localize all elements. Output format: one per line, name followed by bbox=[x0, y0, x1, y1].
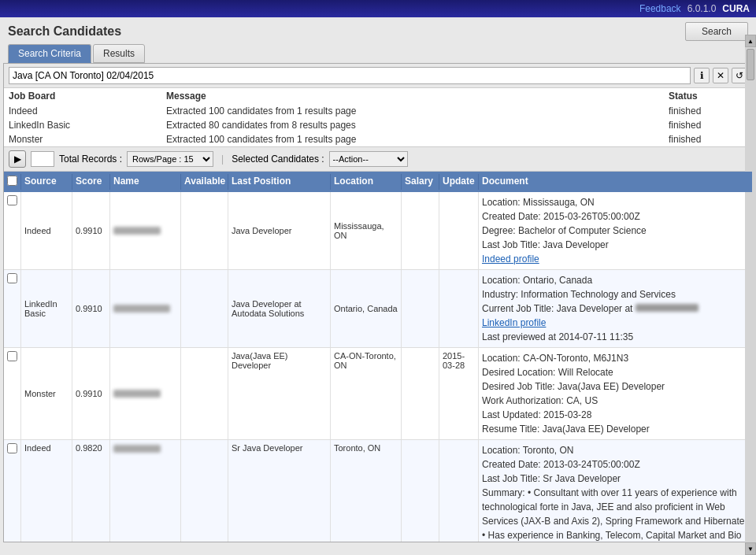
top-bar: Feedback 6.0.1.0 CURA bbox=[0, 0, 756, 17]
row-checkbox[interactable] bbox=[4, 440, 21, 542]
col-score-header: Score bbox=[72, 174, 110, 190]
action-select[interactable]: --Action-- Email Export bbox=[329, 151, 408, 167]
row-source: Indeed bbox=[21, 192, 72, 269]
content-area: ℹ ✕ ↺ Job Board Message Status Indeed Ex… bbox=[3, 63, 753, 542]
right-scrollbar: ▲ ▼ bbox=[745, 35, 756, 555]
info-icon-btn[interactable]: ℹ bbox=[694, 68, 710, 83]
col-source-header: Source bbox=[21, 174, 72, 190]
board-status: finished bbox=[669, 120, 747, 131]
row-checkbox[interactable] bbox=[4, 270, 21, 347]
col-message: Message bbox=[166, 91, 669, 102]
table-row: Monster 0.9910 Java(Java EE) Developer C… bbox=[4, 348, 752, 440]
row-lastposition: Java(Java EE) Developer bbox=[228, 348, 331, 439]
close-icon-btn[interactable]: ✕ bbox=[713, 68, 728, 83]
candidates-table: Source Score Name Available Last Positio… bbox=[4, 172, 752, 542]
prev-page-button[interactable]: ▶ bbox=[9, 150, 26, 168]
row-document: Location: CA-ON-Toronto, M6J1N3 Desired … bbox=[479, 348, 752, 439]
row-lastposition: Java Developer at Autodata Solutions bbox=[228, 270, 331, 347]
row-document: Location: Toronto, ON Created Date: 2013… bbox=[479, 440, 752, 542]
row-checkbox[interactable] bbox=[4, 192, 21, 269]
row-name bbox=[110, 270, 181, 347]
row-available bbox=[181, 440, 228, 542]
row-document: Location: Mississauga, ON Created Date: … bbox=[479, 192, 752, 269]
col-checkbox bbox=[4, 174, 21, 190]
row-update: 2015-03-28 bbox=[439, 348, 479, 439]
row-source: Monster bbox=[21, 348, 72, 439]
col-name-header: Name bbox=[110, 174, 181, 190]
row-salary bbox=[402, 192, 439, 269]
row-source: LinkedIn Basic bbox=[21, 270, 72, 347]
row-available bbox=[181, 348, 228, 439]
board-message: Extracted 80 candidates from 8 results p… bbox=[166, 120, 669, 131]
linkedin-profile-link-2[interactable]: LinkedIn profile bbox=[482, 316, 546, 330]
tabs-bar: Search Criteria Results bbox=[0, 44, 756, 63]
feedback-link[interactable]: Feedback bbox=[639, 3, 681, 14]
board-name: Indeed bbox=[9, 105, 166, 117]
col-document-header: Document bbox=[479, 174, 752, 190]
board-name: Monster bbox=[9, 134, 166, 145]
page-title: Search Candidates bbox=[8, 24, 121, 39]
tab-results[interactable]: Results bbox=[93, 44, 145, 63]
row-salary bbox=[402, 440, 439, 542]
board-status: finished bbox=[669, 105, 747, 117]
row-location: CA-ON-Toronto, ON bbox=[331, 348, 402, 439]
results-toolbar: ▶ Total Records : Rows/Page : 15 Rows/Pa… bbox=[4, 147, 752, 172]
row-score: 0.9910 bbox=[72, 348, 110, 439]
table-row: LinkedIn Basic 0.9910 Java Developer at … bbox=[4, 270, 752, 348]
job-board-table: Job Board Message Status Indeed Extracte… bbox=[4, 88, 752, 147]
row-checkbox[interactable] bbox=[4, 348, 21, 439]
job-board-row: Indeed Extracted 100 candidates from 1 r… bbox=[4, 104, 752, 118]
col-update-header: Update bbox=[439, 174, 479, 190]
board-status: finished bbox=[669, 134, 747, 145]
scroll-down-button[interactable]: ▼ bbox=[745, 542, 756, 555]
col-salary-header: Salary bbox=[402, 174, 439, 190]
row-available bbox=[181, 270, 228, 347]
row-lastposition: Sr Java Developer bbox=[228, 440, 331, 542]
search-button[interactable]: Search bbox=[685, 22, 748, 41]
row-score: 0.9820 bbox=[72, 440, 110, 542]
board-message: Extracted 100 candidates from 1 results … bbox=[166, 134, 669, 145]
row-location: Mississauga, ON bbox=[331, 192, 402, 269]
row-score: 0.9910 bbox=[72, 270, 110, 347]
main-container: Search Candidates Search Search Criteria… bbox=[0, 17, 756, 555]
col-lastposition-header: Last Position bbox=[228, 174, 331, 190]
search-bar-row: ℹ ✕ ↺ bbox=[4, 64, 752, 88]
search-input[interactable] bbox=[9, 67, 691, 84]
job-board-row: Monster Extracted 100 candidates from 1 … bbox=[4, 132, 752, 146]
row-salary bbox=[402, 270, 439, 347]
scroll-track bbox=[745, 47, 756, 542]
col-job-board: Job Board bbox=[9, 91, 166, 102]
brand-label: CURA bbox=[722, 3, 750, 14]
rows-per-page-select[interactable]: Rows/Page : 15 Rows/Page : 25 Rows/Page … bbox=[127, 151, 213, 167]
row-name bbox=[110, 348, 181, 439]
total-records-label: Total Records : bbox=[59, 154, 122, 165]
table-row: Indeed 0.9910 Java Developer Mississauga… bbox=[4, 192, 752, 270]
scroll-up-button[interactable]: ▲ bbox=[745, 35, 756, 47]
col-available-header: Available bbox=[181, 174, 228, 190]
row-update bbox=[439, 270, 479, 347]
row-location: Ontario, Canada bbox=[331, 270, 402, 347]
page-number-input[interactable] bbox=[31, 151, 54, 167]
board-message: Extracted 100 candidates from 1 results … bbox=[166, 105, 669, 117]
scroll-thumb[interactable] bbox=[747, 49, 754, 80]
version-label: 6.0.1.0 bbox=[687, 3, 717, 14]
row-name bbox=[110, 440, 181, 542]
board-name: LinkedIn Basic bbox=[9, 120, 166, 131]
row-location: Toronto, ON bbox=[331, 440, 402, 542]
row-source: Indeed bbox=[21, 440, 72, 542]
tab-search-criteria[interactable]: Search Criteria bbox=[8, 44, 91, 63]
select-all-checkbox[interactable] bbox=[7, 176, 17, 186]
job-board-row: LinkedIn Basic Extracted 80 candidates f… bbox=[4, 118, 752, 132]
row-update bbox=[439, 440, 479, 542]
indeed-profile-link-1[interactable]: Indeed profile bbox=[482, 252, 539, 266]
row-score: 0.9910 bbox=[72, 192, 110, 269]
table-row: Indeed 0.9820 Sr Java Developer Toronto,… bbox=[4, 440, 752, 542]
row-document: Location: Ontario, Canada Industry: Info… bbox=[479, 270, 752, 347]
col-location-header: Location bbox=[331, 174, 402, 190]
table-header: Source Score Name Available Last Positio… bbox=[4, 172, 752, 192]
row-salary bbox=[402, 348, 439, 439]
col-status: Status bbox=[669, 91, 747, 102]
job-board-header: Job Board Message Status bbox=[4, 88, 752, 104]
row-update bbox=[439, 192, 479, 269]
row-name bbox=[110, 192, 181, 269]
